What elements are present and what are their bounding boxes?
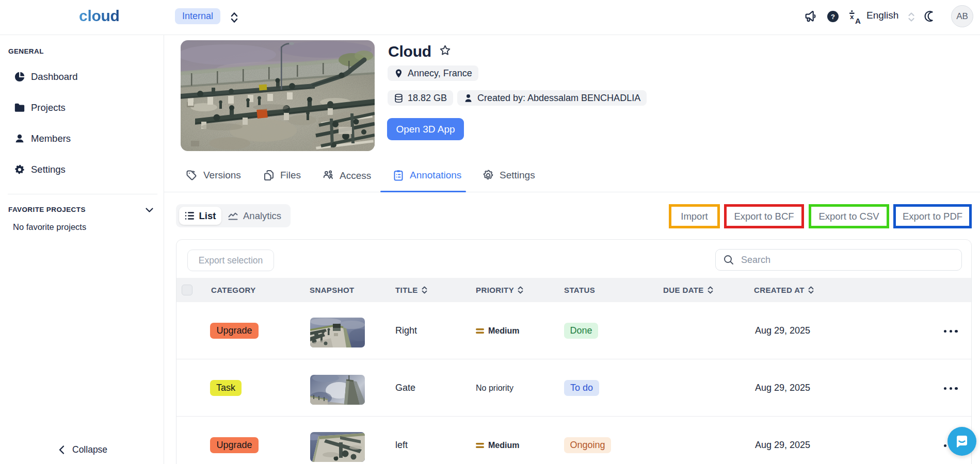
svg-text:A: A (855, 16, 861, 25)
svg-text:x: x (850, 13, 854, 21)
svg-text:?: ? (831, 13, 835, 21)
